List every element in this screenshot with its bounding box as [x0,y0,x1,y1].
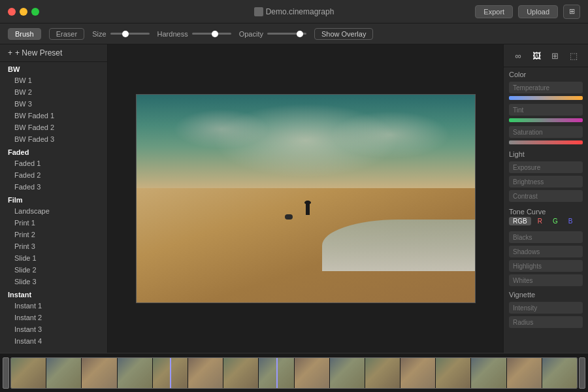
category-faded: Faded [0,145,107,157]
preset-instant3[interactable]: Instant 3 [0,323,107,335]
opacity-slider-thumb[interactable] [297,31,303,37]
brush-button[interactable]: Brush [8,28,41,40]
temperature-gradient [509,96,583,100]
timeline-frame [400,358,435,388]
highlights-slider[interactable]: Highlights [509,260,583,272]
preset-landscape[interactable]: Landscape [0,205,107,217]
timeline-frame [542,358,577,388]
hardness-slider-thumb[interactable] [212,31,218,37]
maximize-button[interactable] [31,8,39,16]
preset-slide3[interactable]: Slide 3 [0,276,107,287]
timeline-frame [507,358,542,388]
canvas-image[interactable] [136,94,476,303]
preset-faded1[interactable]: Faded 1 [0,157,107,169]
preset-instant1[interactable]: Instant 1 [0,300,107,312]
preset-slide2[interactable]: Slide 2 [0,264,107,276]
saturation-row: Saturation [504,125,588,147]
tab-r[interactable]: R [534,217,546,225]
tint-slider[interactable]: Tint [509,104,583,116]
intensity-slider[interactable]: Intensity [509,302,583,314]
right-panel: ∞ 🖼 ⊞ ⬚ Color Temperature Tint Saturatio… [503,44,588,353]
timeline-frame [471,358,506,388]
timeline-frames[interactable] [10,357,578,389]
opacity-label: Opacity [239,30,263,38]
preset-instant2[interactable]: Instant 2 [0,312,107,323]
water [322,220,474,272]
preset-bw2[interactable]: BW 2 [0,86,107,98]
saturation-slider[interactable]: Saturation [509,126,583,138]
preset-bw-faded2[interactable]: BW Faded 2 [0,122,107,133]
saturation-gradient [509,140,583,144]
timeline-handle-right[interactable] [579,357,585,389]
size-label: Size [92,30,106,38]
toolbar: Brush Eraser Size Hardness Opacity Show … [0,24,588,44]
vignette-section-label: Vignette [504,287,588,301]
panel-mode-icons: ∞ 🖼 ⊞ ⬚ [504,44,588,67]
plus-icon: + [8,48,12,57]
preset-bw1[interactable]: BW 1 [0,74,107,86]
preset-print2[interactable]: Print 2 [0,229,107,240]
infinity-icon[interactable]: ∞ [511,48,525,63]
preset-instant4[interactable]: Instant 4 [0,335,107,347]
brightness-slider[interactable]: Brightness [509,176,583,188]
whites-slider[interactable]: Whites [509,274,583,286]
export-button[interactable]: Export [475,5,513,18]
preset-print3[interactable]: Print 3 [0,240,107,252]
timeline-frame [46,358,81,388]
size-control: Size [92,30,149,38]
canvas-area [108,44,503,353]
tab-g[interactable]: G [549,217,562,225]
size-slider-track[interactable] [110,33,150,35]
show-overlay-button[interactable]: Show Overlay [314,28,373,40]
shadows-slider[interactable]: Shadows [509,246,583,257]
shadows-row: Shadows [504,244,588,259]
exposure-label: Exposure [513,164,540,171]
preset-bw-faded1[interactable]: BW Faded 1 [0,110,107,122]
timeline-frame [223,358,258,388]
new-preset-button[interactable]: + + New Preset [0,44,107,62]
contrast-row: Contrast [504,189,588,203]
tint-row: Tint [504,103,588,125]
title-text: Demo.cinemagraph [266,7,335,16]
preset-bw3[interactable]: BW 3 [0,98,107,110]
image-icon[interactable]: 🖼 [529,48,544,63]
saturation-label: Saturation [513,129,543,136]
timeline-handle-left[interactable] [3,357,9,389]
timeline-frame [11,358,46,388]
contrast-slider[interactable]: Contrast [509,190,583,202]
blacks-label: Blacks [513,234,532,241]
highlights-label: Highlights [513,263,542,270]
exposure-row: Exposure [504,160,588,174]
timeline-marker2 [276,358,278,388]
eraser-button[interactable]: Eraser [49,28,84,40]
exposure-slider[interactable]: Exposure [509,161,583,173]
size-slider-thumb[interactable] [122,31,129,37]
preset-slide1[interactable]: Slide 1 [0,252,107,264]
tab-rgb[interactable]: RGB [509,217,531,225]
window-title: Demo.cinemagraph [254,7,335,16]
figure [306,201,310,215]
tab-b[interactable]: B [564,217,577,225]
preset-bw-faded3[interactable]: BW Faded 3 [0,133,107,145]
category-film: Film [0,193,107,205]
highlights-row: Highlights [504,259,588,273]
intensity-row: Intensity [504,301,588,315]
hardness-slider-track[interactable] [192,33,231,35]
radius-slider[interactable]: Radius [509,316,583,328]
light-section-label: Light [504,147,588,160]
tone-curve-tabs: RGB R G B [509,217,583,225]
timeline-frame [153,358,188,388]
preset-print1[interactable]: Print 1 [0,217,107,229]
crop-icon[interactable]: ⬚ [566,48,581,63]
sliders-icon[interactable]: ⊞ [548,48,563,63]
color-section-label: Color [504,67,588,80]
close-button[interactable] [8,8,16,16]
minimize-button[interactable] [20,8,27,16]
opacity-slider-track[interactable] [267,33,306,35]
temperature-slider[interactable]: Temperature [509,82,583,93]
grid-view-button[interactable]: ⊞ [563,5,580,19]
preset-faded2[interactable]: Faded 2 [0,169,107,181]
blacks-slider[interactable]: Blacks [509,231,583,243]
preset-faded3[interactable]: Faded 3 [0,181,107,193]
upload-button[interactable]: Upload [518,5,558,18]
